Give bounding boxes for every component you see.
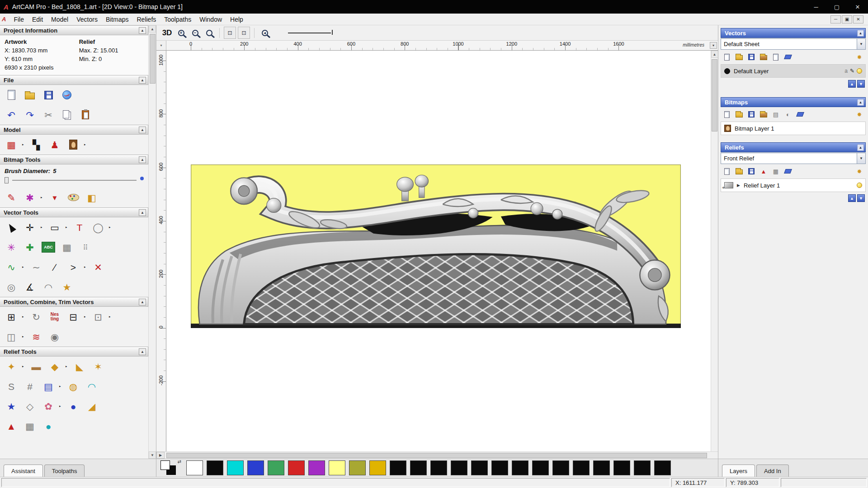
zoom-objects-button[interactable]: ⊡ xyxy=(238,27,250,39)
new-vector-layer-icon[interactable] xyxy=(722,52,732,62)
color-swatch[interactable] xyxy=(369,460,386,475)
paint-selective-icon[interactable]: ✱ xyxy=(22,190,38,205)
expand-arrow-icon[interactable]: ▶ xyxy=(737,183,740,188)
save-model-icon[interactable] xyxy=(41,87,56,103)
vector-layer-options-icon[interactable]: ✸ xyxy=(854,52,864,62)
color-swatch[interactable] xyxy=(471,460,488,475)
cut-icon[interactable]: ✂ xyxy=(41,107,56,122)
relief-clipart-icon[interactable]: ▤ xyxy=(41,379,56,394)
flyout-arrow-icon[interactable]: ▸ xyxy=(22,315,25,319)
drawing-canvas[interactable]: 10008006004002000-200 xyxy=(156,51,718,451)
section-header-file[interactable]: File ▲ xyxy=(0,75,148,85)
star-relief-icon[interactable]: ★ xyxy=(4,399,19,414)
color-swatch[interactable] xyxy=(288,460,305,475)
nesting-icon[interactable]: Nes ting xyxy=(47,309,62,324)
copy-icon[interactable] xyxy=(59,107,75,122)
tab-assistant[interactable]: Assistant xyxy=(4,465,43,477)
collapse-button[interactable]: ▲ xyxy=(139,348,146,355)
move-layer-down-button[interactable]: ▼ xyxy=(857,80,865,88)
open-relief-layer-icon[interactable] xyxy=(734,166,744,176)
layer-colour-swatch[interactable] xyxy=(724,68,730,74)
brush-diameter-slider[interactable] xyxy=(0,175,148,188)
clipped-table-icon[interactable]: ▦ xyxy=(22,418,38,434)
zoom-fit-button[interactable]: ⊡ xyxy=(224,27,236,39)
arc-polyline-icon[interactable]: > xyxy=(66,259,81,275)
s-curve-icon[interactable]: S xyxy=(4,379,19,394)
paint-icon[interactable]: ✎ xyxy=(4,190,19,205)
vector-layer-row[interactable]: Default Layer a ✎ xyxy=(721,64,866,78)
redo-icon[interactable]: ↷ xyxy=(22,107,38,122)
texture-flow-icon[interactable]: ✿ xyxy=(41,399,56,414)
menu-item-bitmaps[interactable]: Bitmaps xyxy=(102,14,133,24)
create-text-icon[interactable]: T xyxy=(72,220,87,235)
collapse-button[interactable]: ▲ xyxy=(139,27,146,34)
sheet-select[interactable]: Default Sheet ▼ xyxy=(721,38,866,50)
scroll-up-arrow[interactable]: ▲ xyxy=(149,25,156,33)
shade-model-icon[interactable]: ♟ xyxy=(47,137,62,152)
save-bitmap-layer-icon[interactable] xyxy=(746,109,756,119)
collapse-button[interactable]: ▲ xyxy=(857,30,864,37)
shape-editor-icon[interactable]: ◆ xyxy=(47,359,62,374)
dropdown-arrow-icon[interactable]: ▼ xyxy=(857,39,865,49)
align-vectors-icon[interactable]: ⊞ xyxy=(4,309,19,324)
model-notes-icon[interactable] xyxy=(66,137,81,152)
color-swatch[interactable] xyxy=(410,460,427,475)
envelope-distort-icon[interactable]: ◇ xyxy=(22,399,38,414)
select-vectors-icon[interactable] xyxy=(4,220,19,235)
scroll-down-arrow[interactable]: ▼ xyxy=(149,451,156,459)
primary-colour-swatch[interactable] xyxy=(160,460,170,470)
section-header-model[interactable]: Model ▲ xyxy=(0,125,148,135)
collapse-button[interactable]: ▲ xyxy=(139,299,146,305)
relief-select[interactable]: Front Relief ▼ xyxy=(721,153,866,164)
import-vectors-icon[interactable] xyxy=(759,52,769,62)
canvas-horizontal-scrollbar[interactable]: ▶ xyxy=(156,451,718,459)
flyout-arrow-icon[interactable]: ▸ xyxy=(84,265,87,269)
flood-fill-icon[interactable]: ◧ xyxy=(84,190,99,205)
pane-toggle-button[interactable]: ▶ xyxy=(156,452,165,459)
collapse-button[interactable]: ▲ xyxy=(139,77,146,84)
slider-track[interactable] xyxy=(12,180,137,181)
section-header-position-combine-trim[interactable]: Position, Combine, Trim Vectors ▲ xyxy=(0,297,148,307)
collapse-button[interactable]: ▲ xyxy=(139,127,146,133)
tab-add-in[interactable]: Add In xyxy=(756,465,789,477)
collapse-button[interactable]: ▲ xyxy=(139,209,146,216)
offset-vectors-icon[interactable]: ⊡ xyxy=(90,309,106,324)
import-bitmap-icon[interactable] xyxy=(759,109,769,119)
flyout-arrow-icon[interactable]: ▸ xyxy=(41,196,44,199)
color-swatch[interactable] xyxy=(349,460,366,475)
flyout-arrow-icon[interactable]: ▸ xyxy=(22,265,25,269)
color-swatch[interactable] xyxy=(552,460,569,475)
export-vectors-icon[interactable] xyxy=(771,52,781,62)
swap-colours-icon[interactable]: ⇄ xyxy=(178,459,181,464)
collapse-button[interactable]: ▲ xyxy=(139,156,146,163)
section-header-project-information[interactable]: Project Information ▲ xyxy=(0,25,148,35)
vector-doctor-icon[interactable]: ◎ xyxy=(4,279,19,295)
flyout-arrow-icon[interactable]: ▸ xyxy=(22,143,25,146)
color-swatch[interactable] xyxy=(512,460,528,475)
color-swatch[interactable] xyxy=(329,460,345,475)
color-swatch[interactable] xyxy=(654,460,671,475)
relief-pyramid-icon[interactable]: ▲ xyxy=(759,166,769,176)
clipped-tool-icon[interactable]: ▲ xyxy=(4,418,19,434)
canvas-vertical-scrollbar[interactable]: ▲ xyxy=(711,51,718,451)
menu-item-file[interactable]: File xyxy=(9,14,28,24)
pour-relief-icon[interactable]: ◍ xyxy=(66,379,81,394)
flyout-arrow-icon[interactable]: ▸ xyxy=(66,225,69,229)
previous-view-button[interactable]: ◂ xyxy=(259,27,271,39)
flyout-arrow-icon[interactable]: ▸ xyxy=(22,335,25,338)
new-bitmap-layer-icon[interactable] xyxy=(722,109,732,119)
transform-vectors-icon[interactable]: ✛ xyxy=(22,220,38,235)
scrollbar-track[interactable] xyxy=(165,452,718,459)
bed-headboard-artwork[interactable] xyxy=(191,164,681,328)
text-on-curve-icon[interactable]: ABC xyxy=(41,239,56,255)
magic-wand-icon[interactable]: ✳ xyxy=(4,239,19,255)
section-header-vector-tools[interactable]: Vector Tools ▲ xyxy=(0,207,148,217)
child-close-button[interactable]: ✕ xyxy=(853,15,863,23)
zoom-previous-button[interactable] xyxy=(203,27,215,39)
move-layer-up-button[interactable]: ▲ xyxy=(848,80,856,88)
maximize-button[interactable]: ▢ xyxy=(826,0,847,14)
relief-layer-options-icon[interactable]: ✸ xyxy=(854,166,864,176)
tab-toolpaths[interactable]: Toolpaths xyxy=(44,465,85,477)
primary-secondary-colours[interactable]: ⇄ xyxy=(160,460,182,476)
new-model-icon[interactable] xyxy=(4,87,19,103)
